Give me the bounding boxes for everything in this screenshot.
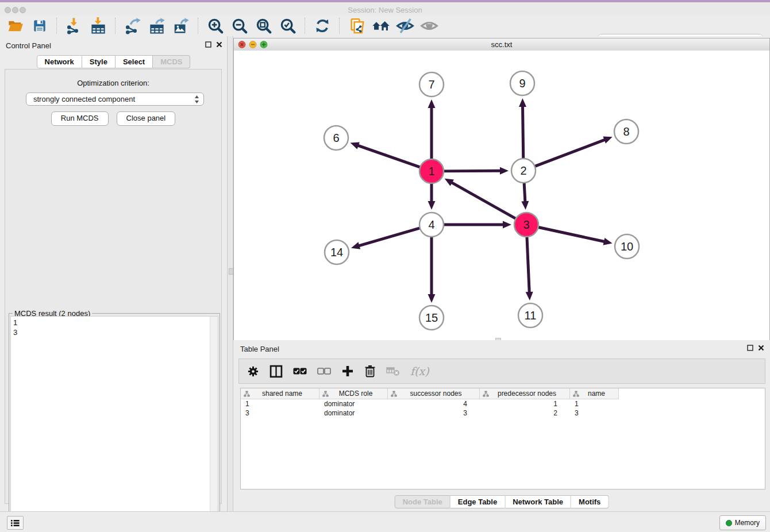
tab-mcds[interactable]: MCDS — [153, 55, 190, 68]
float-table-panel-icon[interactable] — [747, 345, 753, 351]
task-history-button[interactable] — [7, 516, 24, 530]
column-type-icon — [391, 391, 397, 397]
network-canvas[interactable]: 7968124314101511 — [234, 51, 769, 340]
tab-node-table[interactable]: Node Table — [395, 495, 451, 508]
control-panel-tabs: NetworkStyleSelectMCDS — [37, 55, 191, 68]
graph-edge-1-6[interactable] — [357, 145, 421, 168]
memory-status-icon — [726, 520, 732, 526]
graph-node-label: 14 — [330, 246, 343, 259]
window-titlebar: Session: New Session — [0, 2, 770, 16]
zoom-fit-icon[interactable] — [254, 17, 274, 35]
table-cell[interactable]: 1 — [570, 399, 619, 408]
column-header-label: MCDS role — [331, 390, 387, 398]
zoom-out-icon[interactable] — [230, 17, 249, 35]
graph-edge-arrowhead — [603, 136, 612, 143]
graph-edge-arrowhead — [519, 98, 526, 107]
status-bar: Memory — [0, 511, 770, 532]
clone-network-icon[interactable] — [347, 17, 367, 35]
export-image-icon[interactable] — [171, 17, 191, 35]
zoom-in-icon[interactable] — [206, 17, 225, 35]
table-cell[interactable]: 4 — [388, 399, 480, 408]
save-session-icon[interactable] — [30, 17, 49, 35]
close-panel-icon[interactable] — [216, 41, 222, 48]
column-header-successor-nodes[interactable]: successor nodes — [388, 388, 480, 399]
table-cell[interactable]: 3 — [388, 408, 480, 418]
table-cell[interactable]: 1 — [241, 399, 319, 408]
column-header-MCDS-role[interactable]: MCDS role — [319, 388, 388, 399]
graph-edge-4-14[interactable] — [358, 228, 420, 246]
control-panel: Control Panel NetworkStyleSelectMCDS Opt… — [0, 36, 227, 511]
toolbar-separator — [198, 18, 199, 34]
graph-edge-2-9[interactable] — [523, 106, 523, 159]
add-icon[interactable] — [341, 365, 354, 377]
table-toolbar: f(x) — [238, 358, 765, 384]
memory-button[interactable]: Memory — [719, 515, 766, 530]
close-panel-button[interactable]: Close panel — [117, 111, 176, 126]
export-network-icon[interactable] — [123, 17, 143, 35]
tab-network-table[interactable]: Network Table — [505, 495, 571, 508]
graph-node-label: 10 — [621, 240, 633, 253]
splitter-handle[interactable] — [229, 268, 233, 275]
first-neighbors-icon[interactable] — [371, 17, 391, 35]
table-header-row: shared nameMCDS rolesuccessor nodesprede… — [241, 388, 765, 399]
tab-style[interactable]: Style — [82, 55, 116, 68]
tab-motifs[interactable]: Motifs — [571, 495, 609, 508]
table-row[interactable]: 1dominator411 — [241, 399, 765, 408]
graph-node-label: 8 — [623, 125, 629, 138]
select-all-icon[interactable] — [293, 367, 307, 375]
open-session-icon[interactable] — [6, 17, 25, 35]
table-cell[interactable]: dominator — [319, 399, 388, 408]
criterion-select[interactable]: strongly connected component — [26, 92, 204, 106]
import-table-icon[interactable] — [88, 17, 108, 35]
table-cell[interactable]: 3 — [570, 408, 619, 418]
delete-table-icon[interactable] — [386, 366, 400, 376]
table-cell[interactable]: 2 — [480, 408, 570, 418]
column-header-shared-name[interactable]: shared name — [241, 388, 319, 399]
mcds-result-list[interactable]: 13 — [10, 316, 218, 530]
graph-edge-3-10[interactable] — [538, 227, 605, 241]
table-cell[interactable]: 3 — [241, 408, 319, 418]
column-header-label: predecessor nodes — [491, 390, 569, 398]
memory-label: Memory — [735, 519, 760, 527]
apply-layout-icon[interactable] — [313, 17, 332, 35]
column-header-name[interactable]: name — [570, 388, 619, 399]
zoom-selected-icon[interactable] — [278, 17, 298, 35]
deselect-all-icon[interactable] — [317, 367, 331, 375]
network-window: scc.txt 7968124314101511 — [233, 38, 770, 341]
graph-edge-3-1[interactable] — [451, 182, 517, 219]
toolbar-separator — [339, 18, 340, 34]
select-stepper-icon — [194, 95, 199, 104]
control-panel-title: Control Panel — [6, 41, 51, 50]
column-type-icon — [244, 391, 250, 397]
table-settings-gear-icon[interactable] — [247, 365, 259, 377]
graph-edge-2-3[interactable] — [524, 182, 525, 202]
column-header-predecessor-nodes[interactable]: predecessor nodes — [480, 388, 570, 399]
table-panel: Table Panel f(x) shared nameMCDS rolesuc… — [233, 340, 770, 511]
tab-edge-table[interactable]: Edge Table — [451, 495, 505, 508]
graph-edge-2-8[interactable] — [534, 140, 606, 167]
graph-node-label: 6 — [333, 132, 339, 144]
network-window-titlebar[interactable]: scc.txt — [234, 38, 769, 51]
node-table[interactable]: shared nameMCDS rolesuccessor nodesprede… — [240, 388, 765, 489]
table-row[interactable]: 3dominator323 — [241, 408, 765, 418]
level-of-detail-icon[interactable] — [419, 17, 439, 35]
network-graph[interactable]: 7968124314101511 — [234, 51, 769, 340]
import-network-icon[interactable] — [64, 17, 84, 35]
panel-splitter[interactable] — [227, 36, 233, 511]
tab-network[interactable]: Network — [37, 55, 82, 68]
result-scrollbar[interactable] — [210, 317, 218, 529]
application-window: Session: New Session — [0, 0, 770, 532]
table-cell[interactable]: dominator — [319, 408, 388, 418]
close-table-panel-icon[interactable] — [758, 345, 764, 351]
table-cell[interactable]: 1 — [480, 399, 570, 408]
column-header-label: name — [582, 390, 618, 398]
delete-icon[interactable] — [364, 365, 376, 377]
export-table-icon[interactable] — [147, 17, 167, 35]
graph-edge-3-11[interactable] — [527, 236, 529, 293]
run-mcds-button[interactable]: Run MCDS — [51, 111, 109, 126]
float-panel-icon[interactable] — [205, 41, 211, 48]
graph-edge-1-2[interactable] — [443, 171, 501, 171]
tab-select[interactable]: Select — [116, 55, 153, 68]
show-column-icon[interactable] — [270, 365, 283, 378]
show-graphics-details-icon[interactable] — [395, 17, 415, 35]
